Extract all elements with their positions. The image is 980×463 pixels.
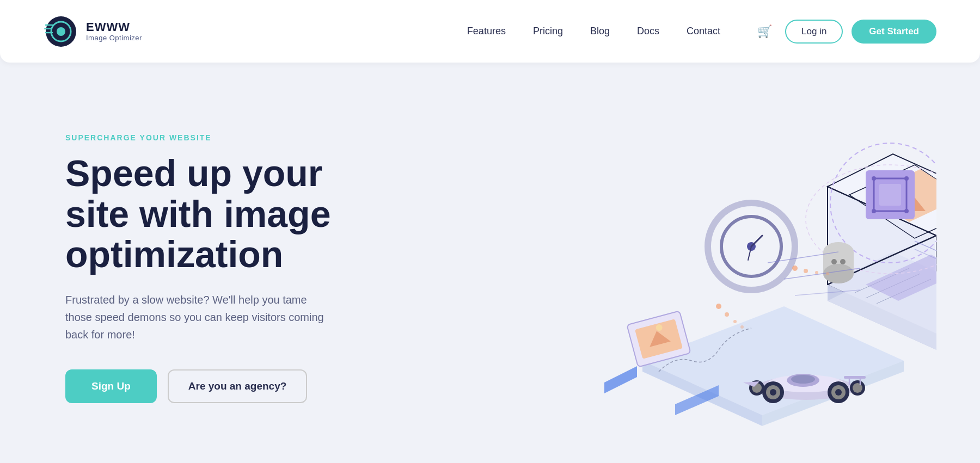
svg-point-68 (835, 389, 842, 396)
signup-button[interactable]: Sign Up (65, 369, 157, 403)
svg-point-39 (872, 176, 876, 181)
hero-left: SUPERCHARGE YOUR WEBSITE Speed up your s… (65, 133, 381, 403)
svg-marker-9 (604, 366, 637, 393)
hero-buttons: Sign Up Are you an agency? (65, 369, 381, 403)
nav-link-docs[interactable]: Docs (637, 26, 659, 36)
logo-title: EWWW (86, 21, 142, 34)
nav-links: Features Pricing Blog Docs Contact (467, 26, 720, 37)
agency-button[interactable]: Are you an agency? (168, 369, 308, 403)
svg-point-80 (740, 325, 744, 329)
svg-point-70 (853, 383, 862, 393)
hero-title: Speed up your site with image optimizati… (65, 153, 381, 275)
nav-link-features[interactable]: Features (467, 26, 506, 36)
nav-link-contact[interactable]: Contact (687, 26, 720, 36)
svg-point-65 (770, 389, 776, 396)
svg-point-83 (815, 271, 818, 274)
hero-illustration-svg (381, 100, 936, 437)
logo-text: EWWW Image Optimizer (86, 21, 142, 42)
svg-point-48 (831, 259, 837, 264)
nav-link-pricing[interactable]: Pricing (533, 26, 563, 36)
logo-icon (44, 14, 78, 49)
hero-description: Frustrated by a slow website? We'll help… (65, 291, 327, 343)
svg-point-40 (904, 176, 909, 181)
get-started-button[interactable]: Get Started (852, 20, 936, 44)
hero-section: SUPERCHARGE YOUR WEBSITE Speed up your s… (0, 63, 980, 463)
svg-rect-38 (879, 184, 901, 206)
nav-right: 🛒 Log in Get Started (753, 20, 936, 44)
svg-point-78 (725, 312, 729, 317)
nav-item-pricing[interactable]: Pricing (533, 26, 563, 37)
svg-point-62 (791, 375, 815, 384)
svg-point-81 (792, 266, 798, 271)
logo-area[interactable]: EWWW Image Optimizer (44, 14, 142, 49)
hero-illustration (381, 100, 936, 437)
svg-point-2 (57, 27, 65, 36)
svg-point-41 (872, 209, 876, 213)
svg-point-84 (826, 272, 829, 275)
svg-point-79 (733, 320, 737, 323)
svg-point-82 (804, 269, 808, 273)
svg-point-42 (904, 209, 909, 213)
svg-rect-74 (844, 376, 866, 379)
login-button[interactable]: Log in (785, 20, 843, 44)
nav-item-contact[interactable]: Contact (687, 26, 720, 37)
hero-tagline: SUPERCHARGE YOUR WEBSITE (65, 133, 381, 142)
nav-item-features[interactable]: Features (467, 26, 506, 37)
nav-item-blog[interactable]: Blog (590, 26, 610, 37)
nav-item-docs[interactable]: Docs (637, 26, 659, 37)
navbar: EWWW Image Optimizer Features Pricing Bl… (0, 0, 980, 63)
nav-link-blog[interactable]: Blog (590, 26, 610, 36)
cart-icon[interactable]: 🛒 (753, 20, 776, 43)
svg-point-77 (716, 304, 721, 309)
logo-subtitle: Image Optimizer (86, 34, 142, 42)
svg-point-49 (840, 259, 846, 264)
